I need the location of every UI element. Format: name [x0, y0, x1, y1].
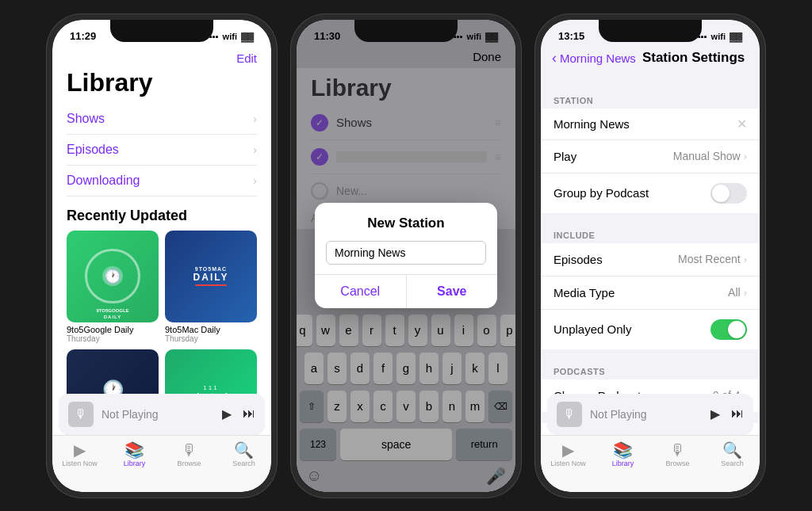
recently-updated-label: Recently Updated	[67, 208, 257, 224]
phone-2: 11:30 ▪▪▪ wifi ▓▓ Done Library ✓ Shows ≡…	[291, 14, 521, 498]
play-row[interactable]: Play Manual Show ›	[541, 140, 760, 174]
podcast-name-0: 9to5Google Daily	[67, 325, 159, 334]
play-button-3[interactable]: ▶	[710, 406, 720, 421]
skip-button-1[interactable]: ⏭	[243, 406, 255, 421]
station-name-row: ✕	[541, 109, 760, 140]
edit-button[interactable]: Edit	[236, 51, 257, 65]
new-station-dialog: New Station Cancel Save	[315, 203, 497, 308]
phone3-header: ‹ Morning News Station Settings	[541, 48, 760, 71]
podcast-card-0[interactable]: 🕐 9TO5GOOGLE DAILY 9to5Google Daily Thur…	[67, 231, 159, 343]
status-bar-3: 13:15 ▪▪▪ wifi ▓▓	[541, 20, 760, 48]
mini-player-3[interactable]: 🎙 Not Playing ▶ ⏭	[547, 394, 753, 435]
group-by-podcast-toggle[interactable]	[710, 183, 747, 204]
play-value: Manual Show ›	[673, 150, 747, 162]
battery-icon: ▓▓	[241, 32, 254, 41]
tab-listen-now-3[interactable]: ▶ Listen Now	[541, 442, 596, 467]
cancel-button[interactable]: Cancel	[315, 275, 407, 308]
station-settings-title: Station Settings	[642, 50, 745, 66]
status-icons-1: ▪▪▪ wifi ▓▓	[209, 32, 254, 41]
clear-icon[interactable]: ✕	[737, 116, 747, 132]
mini-player-1[interactable]: 🎙 Not Playing ▶ ⏭	[59, 394, 265, 435]
phone-1: 11:29 ▪▪▪ wifi ▓▓ Edit Library Shows › E…	[47, 14, 277, 498]
station-name-input[interactable]	[326, 241, 486, 265]
signal-icon-3: ▪▪▪	[698, 32, 707, 41]
browse-icon: 🎙	[182, 442, 197, 458]
play-label: Play	[553, 150, 576, 163]
group-by-podcast-row: Group by Podcast	[541, 174, 760, 213]
media-type-value: All ›	[728, 286, 747, 299]
search-icon-3: 🔍	[722, 442, 742, 458]
phone1-header: Edit	[67, 48, 257, 67]
listen-now-icon-3: ▶	[562, 442, 574, 458]
library-icon: 📚	[124, 442, 144, 458]
status-time-3: 13:15	[558, 30, 584, 42]
menu-downloading[interactable]: Downloading ›	[67, 166, 257, 196]
media-type-chevron-icon: ›	[744, 287, 747, 299]
library-title-1: Library	[67, 68, 257, 97]
tab-browse-1[interactable]: 🎙 Browse	[162, 442, 216, 467]
podcast-card-1[interactable]: 9TO5MAC DAILY 9to5Mac Daily Thursday	[165, 231, 257, 343]
dialog-buttons: Cancel Save	[315, 274, 497, 308]
signal-icon: ▪▪▪	[209, 32, 219, 41]
episodes-value: Most Recent ›	[678, 253, 747, 265]
chevron-right-icon: ›	[253, 174, 257, 187]
mini-player-artwork-1: 🎙	[68, 402, 94, 427]
include-settings-group: Episodes Most Recent › Media Type All › …	[541, 243, 760, 349]
unplayed-only-row: Unplayed Only	[541, 310, 760, 349]
media-type-label: Media Type	[553, 286, 615, 299]
back-chevron-icon: ‹	[552, 50, 557, 67]
station-settings-group: ✕ Play Manual Show › Group by Podcast	[541, 109, 760, 213]
tab-search-1[interactable]: 🔍 Search	[216, 442, 271, 467]
play-chevron-icon: ›	[744, 151, 747, 162]
dialog-title: New Station	[315, 203, 497, 238]
play-button-1[interactable]: ▶	[222, 406, 232, 421]
skip-button-3[interactable]: ⏭	[731, 406, 744, 421]
tab-library-1[interactable]: 📚 Library	[107, 442, 162, 467]
phone-3: 13:15 ▪▪▪ wifi ▓▓ ‹ Morning News Station…	[535, 14, 765, 498]
tab-search-3[interactable]: 🔍 Search	[705, 442, 760, 467]
episodes-row[interactable]: Episodes Most Recent ›	[541, 243, 760, 276]
library-icon-3: 📚	[613, 442, 633, 458]
unplayed-only-label: Unplayed Only	[553, 322, 631, 336]
episodes-label: Episodes	[553, 253, 603, 266]
podcast-date-1: Thursday	[165, 334, 257, 343]
browse-icon-3: 🎙	[670, 442, 686, 458]
wifi-icon: wifi	[223, 32, 237, 41]
mini-player-title-3: Not Playing	[590, 408, 703, 421]
station-name-field[interactable]	[553, 117, 737, 131]
status-bar-1: 11:29 ▪▪▪ wifi ▓▓	[52, 20, 271, 48]
battery-icon-3: ▓▓	[730, 32, 742, 41]
dialog-overlay: New Station Cancel Save	[297, 20, 515, 492]
back-button[interactable]: Morning News	[560, 51, 636, 65]
episodes-chevron-icon: ›	[744, 254, 747, 265]
section-podcasts-label: PODCASTS	[541, 360, 760, 379]
section-include-label: INCLUDE	[541, 224, 760, 243]
tab-browse-3[interactable]: 🎙 Browse	[650, 442, 705, 467]
unplayed-only-toggle[interactable]	[710, 319, 747, 340]
chevron-right-icon: ›	[253, 143, 257, 156]
tab-listen-now-1[interactable]: ▶ Listen Now	[52, 442, 107, 467]
mini-player-artwork-3: 🎙	[557, 402, 582, 427]
tab-bar-3: ▶ Listen Now 📚 Library 🎙 Browse 🔍 Search	[541, 435, 760, 492]
mini-player-controls-1: ▶ ⏭	[222, 406, 255, 421]
save-button[interactable]: Save	[407, 275, 498, 308]
status-icons-3: ▪▪▪ wifi ▓▓	[698, 32, 742, 41]
menu-episodes[interactable]: Episodes ›	[67, 135, 257, 166]
menu-shows[interactable]: Shows ›	[67, 104, 257, 135]
group-by-podcast-label: Group by Podcast	[553, 186, 649, 200]
media-type-row[interactable]: Media Type All ›	[541, 276, 760, 310]
section-station-label: STATION	[541, 90, 760, 109]
chevron-right-icon: ›	[253, 112, 257, 125]
tab-bar-1: ▶ Listen Now 📚 Library 🎙 Browse 🔍 Search	[52, 435, 271, 492]
listen-now-icon: ▶	[74, 442, 86, 458]
status-time-1: 11:29	[70, 30, 96, 42]
tab-library-3[interactable]: 📚 Library	[596, 442, 650, 467]
podcast-name-1: 9to5Mac Daily	[165, 325, 257, 334]
phone1-content: Edit Library Shows › Episodes › Download…	[52, 48, 271, 435]
wifi-icon-3: wifi	[711, 32, 726, 41]
search-icon-1: 🔍	[234, 442, 254, 458]
mini-player-title-1: Not Playing	[102, 408, 214, 421]
mini-player-controls-3: ▶ ⏭	[710, 406, 744, 421]
podcast-date-0: Thursday	[67, 334, 159, 343]
